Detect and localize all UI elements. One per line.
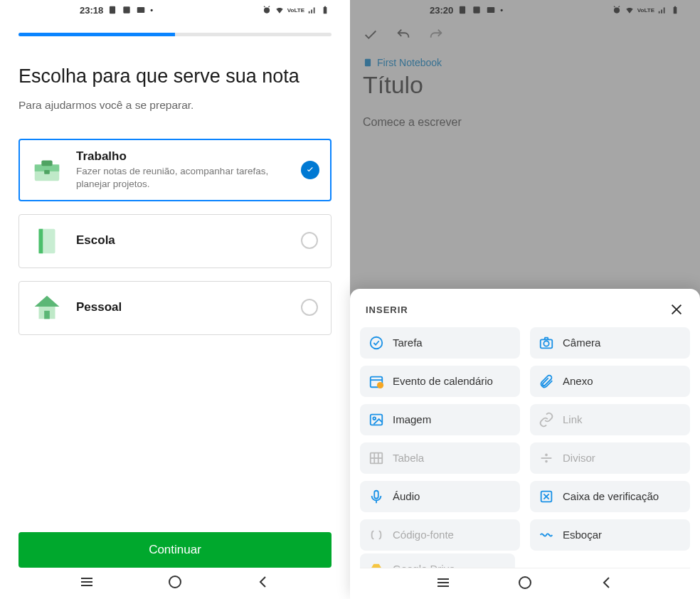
insert-camera[interactable]: Câmera: [530, 327, 690, 359]
check-circle-icon: [368, 335, 384, 351]
insert-code-label: Código-fonte: [393, 529, 454, 541]
volte-icon: VoLTE: [287, 7, 304, 14]
insert-gdrive-label: Google Drive: [393, 563, 455, 568]
insert-attachment-label: Anexo: [563, 375, 593, 388]
nav-recent-button[interactable]: [78, 573, 95, 590]
svg-point-49: [519, 577, 531, 588]
camera-icon: [539, 335, 554, 351]
radio-empty-icon: [301, 232, 318, 249]
insert-table[interactable]: Tabela: [360, 442, 520, 474]
option-school[interactable]: Escola: [18, 214, 332, 268]
checkbox-icon: [539, 489, 554, 504]
insert-task[interactable]: Tarefa: [360, 327, 520, 359]
check-icon: [301, 161, 319, 179]
link-icon: [539, 412, 554, 428]
svg-point-31: [377, 382, 383, 388]
option-personal[interactable]: Pessoal: [18, 281, 332, 335]
insert-camera-label: Câmera: [563, 336, 600, 349]
svg-point-40: [546, 461, 547, 462]
calendar-icon: [368, 373, 384, 389]
code-icon: [368, 527, 384, 543]
option-work[interactable]: Trabalho Fazer notas de reunião, acompan…: [18, 139, 332, 201]
battery-icon: [320, 5, 330, 15]
page-title: Escolha para que serve sua nota: [18, 65, 332, 89]
table-icon: [368, 450, 384, 466]
svg-rect-9: [44, 170, 50, 174]
insert-sheet-screen: 23:20 • VoLTE First Notebook Título: [350, 0, 700, 599]
insert-link-label: Link: [563, 413, 583, 426]
svg-rect-11: [39, 229, 43, 254]
insert-checkbox-label: Caixa de verificação: [563, 490, 659, 503]
insert-code[interactable]: Código-fonte: [360, 519, 520, 551]
option-work-desc: Fazer notas de reunião, acompanhar taref…: [76, 165, 288, 191]
svg-point-39: [546, 455, 547, 456]
close-icon[interactable]: [669, 302, 684, 317]
insert-divider-label: Divisor: [563, 452, 595, 465]
nav-recent-button[interactable]: [435, 574, 452, 591]
mic-icon: [368, 489, 384, 504]
insert-task-label: Tarefa: [393, 336, 423, 349]
svg-rect-0: [110, 6, 115, 14]
option-personal-title: Pessoal: [76, 300, 288, 314]
nav-home-button[interactable]: [516, 574, 534, 591]
briefcase-icon: [31, 154, 63, 186]
svg-point-16: [169, 576, 181, 588]
wifi-icon: [275, 5, 285, 15]
nav-back-button[interactable]: [598, 574, 615, 591]
status-note-icon: [107, 5, 117, 15]
svg-rect-12: [44, 311, 50, 319]
option-school-title: Escola: [76, 233, 288, 248]
status-app-icon: [122, 5, 132, 15]
nav-bar: [0, 568, 350, 599]
paperclip-icon: [539, 373, 554, 389]
status-time: 23:18: [80, 5, 103, 16]
status-more-icon: •: [150, 6, 153, 14]
sheet-title: INSERIR: [366, 304, 408, 315]
notebook-icon: [31, 225, 63, 258]
onboarding-screen: 23:18 • VoLTE Escolha para que serve sua…: [0, 0, 350, 599]
page-subtitle: Para ajudarmos você a se preparar.: [18, 99, 332, 112]
insert-sketch[interactable]: Esboçar: [530, 519, 690, 551]
svg-rect-5: [324, 6, 326, 7]
divider-icon: [539, 450, 554, 466]
insert-audio[interactable]: Áudio: [360, 481, 520, 512]
insert-image[interactable]: Imagem: [360, 404, 520, 435]
svg-rect-4: [324, 7, 327, 14]
insert-image-label: Imagem: [393, 413, 431, 426]
nav-back-button[interactable]: [255, 573, 272, 590]
insert-divider[interactable]: Divisor: [530, 442, 690, 474]
house-icon: [31, 292, 63, 324]
insert-gdrive[interactable]: Google Drive: [360, 553, 515, 568]
status-bar: 23:18 • VoLTE: [0, 0, 350, 20]
svg-point-28: [543, 341, 548, 346]
svg-point-33: [373, 417, 376, 420]
svg-rect-8: [41, 161, 52, 166]
option-work-title: Trabalho: [76, 149, 288, 164]
nav-bar: [360, 568, 690, 599]
insert-sketch-label: Esboçar: [563, 529, 602, 541]
svg-rect-41: [374, 491, 378, 499]
svg-rect-1: [124, 6, 130, 13]
sketch-icon: [539, 527, 554, 543]
insert-attachment[interactable]: Anexo: [530, 366, 690, 397]
continue-button[interactable]: Continuar: [18, 532, 332, 568]
insert-table-label: Tabela: [393, 452, 424, 465]
svg-point-3: [264, 8, 270, 14]
svg-point-26: [371, 337, 383, 349]
status-image-icon: [136, 5, 146, 15]
gdrive-icon: [368, 561, 384, 568]
svg-rect-2: [137, 7, 145, 13]
image-icon: [368, 412, 384, 428]
insert-calendar[interactable]: Evento de calendário: [360, 366, 520, 397]
insert-calendar-label: Evento de calendário: [393, 375, 493, 388]
insert-audio-label: Áudio: [393, 490, 420, 503]
insert-checkbox[interactable]: Caixa de verificação: [530, 481, 690, 512]
signal-icon: [307, 5, 317, 15]
insert-link[interactable]: Link: [530, 404, 690, 435]
nav-home-button[interactable]: [166, 573, 184, 590]
insert-options-grid: Tarefa Câmera Evento de calendário Anexo…: [360, 327, 690, 553]
alarm-icon: [262, 5, 272, 15]
radio-empty-icon: [301, 299, 318, 316]
progress-bar-wrap: [0, 20, 350, 36]
insert-bottom-sheet: INSERIR Tarefa Câmera Evento de calendár…: [350, 289, 700, 599]
